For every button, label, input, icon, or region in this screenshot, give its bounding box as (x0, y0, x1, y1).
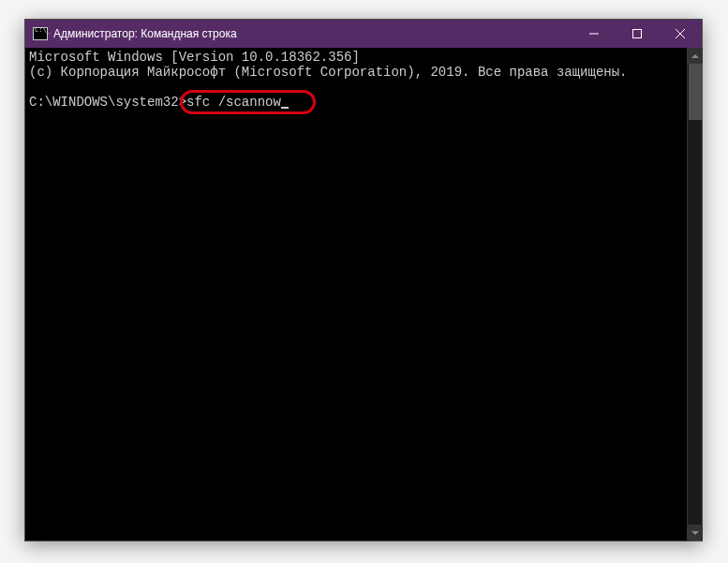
scroll-thumb[interactable] (689, 64, 702, 120)
console-area: Microsoft Windows [Version 10.0.18362.35… (25, 48, 702, 541)
svg-marker-5 (691, 531, 699, 535)
maximize-button[interactable] (616, 20, 659, 48)
minimize-button[interactable] (572, 20, 616, 48)
text-cursor (281, 107, 289, 109)
svg-marker-4 (691, 54, 699, 58)
console-output[interactable]: Microsoft Windows [Version 10.0.18362.35… (25, 48, 687, 541)
close-button[interactable] (659, 20, 702, 48)
scroll-up-button[interactable] (688, 48, 703, 64)
typed-command: sfc /scannow (186, 95, 281, 110)
scroll-down-button[interactable] (688, 525, 703, 541)
cmd-icon (33, 27, 48, 40)
prompt-path: C:\WINDOWS\system32> (29, 95, 186, 110)
command-prompt-window: Администратор: Командная строка Microsof… (24, 19, 703, 541)
version-line: Microsoft Windows [Version 10.0.18362.35… (29, 50, 360, 65)
window-title: Администратор: Командная строка (53, 27, 572, 40)
vertical-scrollbar[interactable] (687, 48, 702, 541)
svg-rect-1 (633, 30, 642, 38)
titlebar[interactable]: Администратор: Командная строка (25, 20, 702, 48)
copyright-line: (c) Корпорация Майкрософт (Microsoft Cor… (29, 65, 628, 80)
window-controls (572, 20, 702, 48)
